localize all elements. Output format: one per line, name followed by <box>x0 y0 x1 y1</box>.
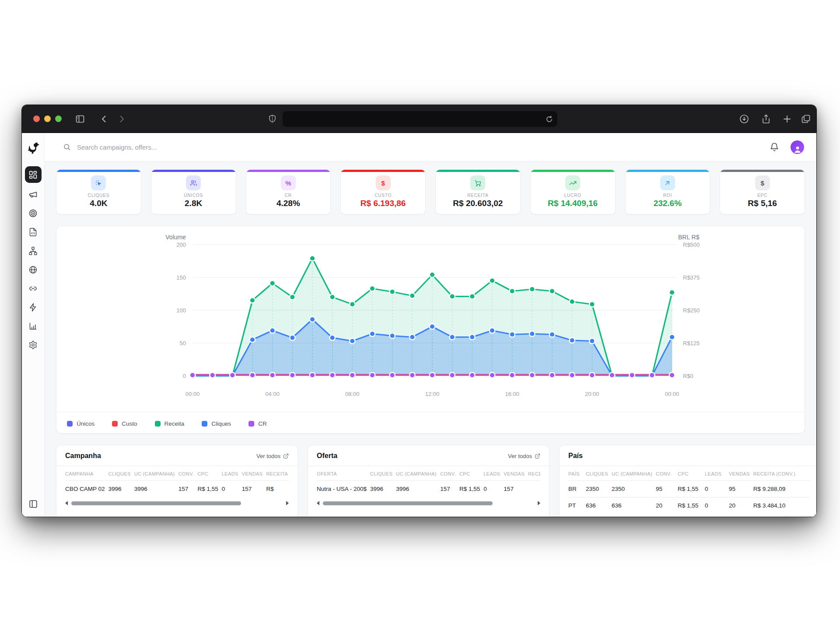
kpi-card-cr: %CR4.28% <box>246 169 331 214</box>
legend-item-custo[interactable]: Custo <box>112 420 137 427</box>
legend-item-cr[interactable]: CR <box>248 420 267 427</box>
table-title: País <box>568 452 583 460</box>
sidebar-item-offers[interactable] <box>25 206 42 220</box>
scroll-left-icon[interactable] <box>65 501 68 505</box>
table-header-row: OFERTACLIQUESUC (CAMPANHA)CONV.CPCLEADSV… <box>317 466 540 481</box>
scrollbar-thumb[interactable] <box>71 501 241 505</box>
bell-icon[interactable] <box>770 142 779 152</box>
volume-chart-card: 0R$050R$125100R$250150R$375200R$500Volum… <box>56 226 805 434</box>
svg-text:R$375: R$375 <box>683 274 700 281</box>
horizontal-scrollbar[interactable] <box>65 500 289 507</box>
horizontal-scrollbar[interactable] <box>317 500 540 507</box>
kpi-card-únicos: ÚNICOS2.8K <box>151 169 236 214</box>
svg-text:100: 100 <box>176 307 186 314</box>
search-input[interactable] <box>77 144 261 151</box>
percent-icon: % <box>281 175 296 190</box>
sidebar-item-dashboard[interactable] <box>25 166 42 183</box>
minimize-window-button[interactable] <box>44 116 51 122</box>
dashboard-icon <box>28 170 38 179</box>
traffic-lights <box>33 116 62 122</box>
table-cell: 20 <box>656 497 678 514</box>
table-row: Nutra - USA - 200$39963996157R$ 1,550157 <box>317 481 540 497</box>
panel-left-icon[interactable] <box>28 499 38 509</box>
dashboard-content: CLIQUES4.0KÚNICOS2.8K%CR4.28%$CUSTOR$ 6.… <box>45 161 816 517</box>
dog-logo[interactable] <box>26 141 40 155</box>
table-cell: 157 <box>178 481 198 497</box>
svg-text:R$0: R$0 <box>683 373 693 379</box>
pais-table: PAÍSCLIQUESUC (CAMPANHA)CONV.CPCLEADSVEN… <box>568 466 810 514</box>
sidebar-item-landing-pages[interactable] <box>25 224 42 239</box>
sidebar-item-reports[interactable] <box>25 318 42 333</box>
funnels-icon <box>28 246 38 256</box>
kpi-value: R$ 6.193,86 <box>360 199 406 208</box>
pais-card: PaísPAÍSCLIQUESUC (CAMPANHA)CONV.CPCLEAD… <box>559 445 816 517</box>
kpi-label: EPC <box>757 193 767 198</box>
sidebar-item-settings[interactable] <box>25 337 42 352</box>
table-cell: 2350 <box>586 481 612 497</box>
kpi-value: 4.0K <box>90 199 107 208</box>
kpi-label: CLIQUES <box>88 193 110 198</box>
kpi-value: R$ 20.603,02 <box>453 199 503 208</box>
column-header: CONV. <box>440 466 459 481</box>
table-title: Oferta <box>317 452 337 460</box>
horizontal-scrollbar[interactable] <box>568 516 816 517</box>
share-icon[interactable] <box>761 114 771 124</box>
sidebar-item-campaigns[interactable] <box>25 187 42 202</box>
table-cell: 3996 <box>370 481 396 497</box>
sidebar-toggle-icon[interactable] <box>75 114 85 124</box>
sidebar-item-links[interactable] <box>25 281 42 296</box>
users-icon <box>190 179 197 187</box>
search-bar[interactable] <box>63 143 770 151</box>
column-header: CONV. <box>178 466 198 481</box>
scroll-right-icon[interactable] <box>538 501 540 505</box>
scroll-right-icon[interactable] <box>286 501 289 505</box>
reload-icon[interactable] <box>546 116 553 123</box>
scroll-left-icon[interactable] <box>317 501 319 505</box>
kpi-accent-bar <box>720 170 805 172</box>
table-cell: 3996 <box>396 481 440 497</box>
domains-icon <box>28 265 38 274</box>
ver-todos-link[interactable]: Ver todos <box>508 453 540 459</box>
shield-icon[interactable] <box>268 114 277 123</box>
reports-icon <box>28 322 38 331</box>
avatar[interactable] <box>791 140 804 154</box>
table-cell: 2350 <box>612 481 656 497</box>
integrations-icon <box>28 303 38 312</box>
sidebar-item-funnels[interactable] <box>25 243 42 258</box>
campanha-card: CampanhaVer todosCAMPANHACLIQUESUC (CAMP… <box>56 445 298 517</box>
back-icon[interactable] <box>99 114 109 124</box>
sidebar-item-integrations[interactable] <box>25 300 42 315</box>
column-header: UC (CAMPANHA) <box>134 466 178 481</box>
legend-label: Receita <box>164 420 185 427</box>
tabs-overview-icon[interactable] <box>801 114 811 124</box>
column-header: RECEITA (CONV.) <box>528 466 540 481</box>
column-header: CLIQUES <box>108 466 134 481</box>
legend-item-cliques[interactable]: Cliques <box>202 420 231 427</box>
arrow-up-right-icon <box>660 175 675 190</box>
svg-text:04:00: 04:00 <box>265 391 280 397</box>
zoom-window-button[interactable] <box>55 116 62 122</box>
svg-text:00:00: 00:00 <box>186 391 200 397</box>
legend-item-receita[interactable]: Receita <box>155 420 185 427</box>
table-cell: R$ 3.484,10 <box>753 497 810 514</box>
new-tab-icon[interactable] <box>782 114 792 124</box>
forward-icon[interactable] <box>116 114 127 124</box>
download-icon[interactable] <box>739 114 749 124</box>
cart-icon <box>470 175 485 190</box>
legend-item-únicos[interactable]: Únicos <box>67 420 94 427</box>
legend-swatch <box>112 421 118 427</box>
svg-text:R$125: R$125 <box>683 340 700 346</box>
cursor-click-icon <box>95 179 102 187</box>
table-card-header: CampanhaVer todos <box>56 445 298 466</box>
scrollbar-thumb[interactable] <box>323 501 493 505</box>
table-wrap: OFERTACLIQUESUC (CAMPANHA)CONV.CPCLEADSV… <box>317 466 540 497</box>
sidebar-item-domains[interactable] <box>25 262 42 277</box>
browser-window: CLIQUES4.0KÚNICOS2.8K%CR4.28%$CUSTOR$ 6.… <box>21 105 817 517</box>
kpi-card-custo: $CUSTOR$ 6.193,86 <box>340 169 426 214</box>
url-bar[interactable] <box>283 111 557 127</box>
ver-todos-label: Ver todos <box>256 453 280 459</box>
close-window-button[interactable] <box>33 116 40 122</box>
table-cell: 157 <box>504 481 528 497</box>
ver-todos-link[interactable]: Ver todos <box>256 453 289 459</box>
table-cell: R$ 1,55 <box>678 481 705 497</box>
